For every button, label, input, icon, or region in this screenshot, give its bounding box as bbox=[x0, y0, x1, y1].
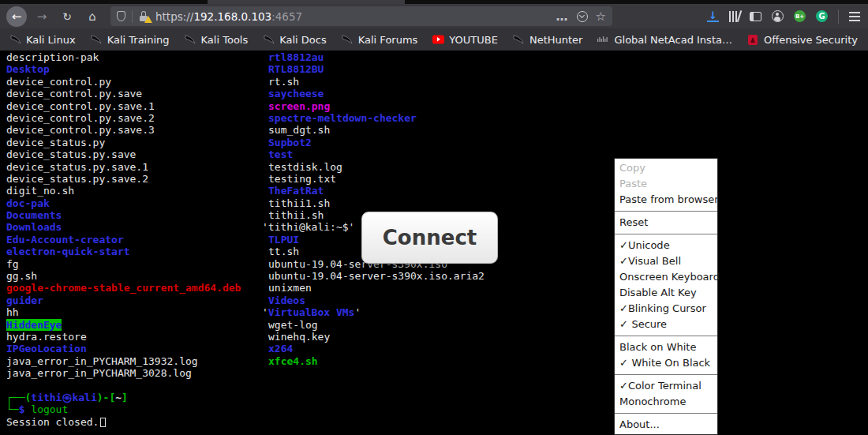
back-button[interactable]: ← bbox=[6, 6, 27, 27]
home-icon: ⌂ bbox=[88, 9, 96, 24]
terminal-line: tithii1.sh bbox=[268, 197, 485, 209]
terminal-line: hydra.restore bbox=[6, 331, 241, 343]
bookmark-label: NetHunter bbox=[529, 34, 583, 46]
menu-hamburger-icon[interactable] bbox=[849, 12, 860, 21]
bookmark-label: Kali Forums bbox=[358, 34, 418, 46]
library-icon[interactable] bbox=[729, 11, 739, 22]
reload-button[interactable]: ↻ bbox=[57, 6, 77, 27]
terminal-line: x264 bbox=[268, 343, 485, 354]
forward-button[interactable]: → bbox=[32, 6, 52, 27]
terminal-right-column: rtl8812auRTL8812BUrt.shsaycheesescreen.p… bbox=[268, 51, 485, 367]
menu-item-secure[interactable]: ✓ Secure bbox=[615, 317, 717, 332]
menu-item-color-terminal[interactable]: ✓Color Terminal bbox=[615, 378, 717, 394]
terminal-line: rt.sh bbox=[268, 76, 485, 88]
checkmark-icon: ✓ bbox=[619, 318, 631, 330]
checkmark-icon: ✓ bbox=[619, 239, 628, 251]
youtube-icon bbox=[432, 34, 444, 45]
menu-item-blinking-cursor[interactable]: ✓Blinking Cursor bbox=[615, 301, 717, 317]
pocket-icon[interactable] bbox=[577, 11, 588, 22]
insecure-warning-icon bbox=[144, 16, 152, 23]
home-button[interactable]: ⌂ bbox=[82, 6, 103, 27]
toolbar-divider bbox=[838, 9, 839, 24]
terminal-line: Session closed. bbox=[6, 416, 241, 428]
kali-icon bbox=[513, 34, 525, 45]
kali-icon bbox=[185, 34, 196, 45]
bookmark-kali-docs[interactable]: Kali Docs bbox=[263, 34, 327, 46]
terminal-left-column: description-pakDesktopdevice_control.pyd… bbox=[6, 51, 241, 428]
account-icon[interactable] bbox=[772, 10, 784, 22]
navigation-toolbar: ← → ↻ ⌂ https://192.168.0.103:4657 … ☆ ↓… bbox=[0, 4, 868, 28]
terminal-line: testdisk.log bbox=[268, 161, 485, 173]
bookmark-label: Kali Training bbox=[107, 34, 170, 46]
cisco-icon bbox=[597, 34, 609, 45]
urlbar-divider bbox=[132, 10, 133, 23]
url-host: 192.168.0.103 bbox=[193, 10, 271, 23]
terminal-line: spectre-meltdown-checker bbox=[268, 112, 485, 124]
bookmark-kali-tools[interactable]: Kali Tools bbox=[185, 34, 249, 46]
url-text: https://192.168.0.103:4657 bbox=[155, 10, 302, 23]
menu-item-paste-from-browser[interactable]: Paste from browser bbox=[615, 192, 717, 208]
bookmark-nethunter[interactable]: NetHunter bbox=[513, 34, 583, 46]
menu-item-copy: Copy bbox=[615, 160, 717, 176]
terminal-line: java_error_in_PYCHARM_13932.log bbox=[6, 355, 241, 367]
menu-item-unicode[interactable]: ✓Unicode bbox=[615, 238, 717, 253]
terminal-line: saycheese bbox=[268, 88, 485, 99]
menu-item-about[interactable]: About... bbox=[615, 417, 717, 433]
bookmark-label: Kali Docs bbox=[279, 34, 327, 46]
menu-item-disable-alt-key[interactable]: Disable Alt Key bbox=[615, 285, 717, 301]
terminal-line: hh bbox=[6, 306, 241, 318]
connect-button[interactable]: Connect bbox=[361, 212, 498, 264]
kali-icon bbox=[91, 34, 103, 45]
bookmark-youtube[interactable]: YOUTUBE bbox=[432, 34, 498, 46]
bookmark-kali-linux[interactable]: Kali Linux bbox=[9, 34, 76, 46]
terminal-line: java_error_in_PYCHARM_3028.log bbox=[6, 367, 241, 379]
terminal-line: RTL8812BU bbox=[268, 63, 485, 75]
menu-item-onscreen-keyboard[interactable]: Onscreen Keyboard bbox=[615, 269, 717, 285]
extension-bplus-icon[interactable]: B+ bbox=[794, 10, 806, 22]
terminal-line: sum_dgt.sh bbox=[268, 124, 485, 136]
terminal-line: device_status.py.save.1 bbox=[6, 161, 241, 173]
checkmark-icon: ✓ bbox=[619, 302, 628, 314]
terminal-line: electron-quick-start bbox=[6, 246, 241, 257]
grammarly-icon[interactable]: G bbox=[816, 10, 828, 22]
browser-window: ← → ↻ ⌂ https://192.168.0.103:4657 … ☆ ↓… bbox=[0, 0, 868, 435]
terminal-line: device_control.py.save.3 bbox=[6, 124, 241, 136]
bookmark-kali-forums[interactable]: Kali Forums bbox=[342, 34, 418, 46]
back-icon: ← bbox=[12, 9, 22, 24]
toolbar-right: ↓ B+ G bbox=[707, 9, 860, 24]
kali-icon bbox=[9, 34, 21, 45]
menu-item-reset[interactable]: Reset bbox=[615, 215, 717, 231]
reload-icon: ↻ bbox=[62, 10, 72, 23]
menu-item-visual-bell[interactable]: ✓Visual Bell bbox=[615, 253, 717, 269]
checkmark-icon: ✓ bbox=[619, 380, 628, 392]
offsec-icon bbox=[747, 34, 759, 45]
bookmark-label: YOUTUBE bbox=[449, 34, 498, 46]
terminal-line: Desktop bbox=[6, 63, 241, 75]
terminal-line: Edu-Account-creator bbox=[6, 234, 241, 246]
sidebar-icon[interactable] bbox=[750, 12, 761, 21]
bookmark-offensive-security[interactable]: Offensive Security bbox=[747, 34, 858, 46]
terminal-line: xfce4.sh bbox=[268, 355, 485, 367]
downloads-icon[interactable]: ↓ bbox=[707, 10, 719, 22]
bookmark-global-netacad-insta[interactable]: Global NetAcad Insta… bbox=[597, 34, 732, 46]
terminal-context-menu: CopyPastePaste from browserReset✓Unicode… bbox=[614, 158, 718, 435]
terminal-line: device_control.py bbox=[6, 76, 241, 88]
bookmark-kali-training[interactable]: Kali Training bbox=[91, 34, 170, 46]
terminal-line: device_status.py.save.2 bbox=[6, 173, 241, 185]
checkmark-icon: ✓ bbox=[619, 255, 628, 267]
menu-item-white-on-black[interactable]: ✓ White On Black bbox=[615, 355, 717, 371]
terminal-line: wget-log bbox=[268, 319, 485, 331]
tracking-protection-shield-icon[interactable] bbox=[117, 11, 125, 21]
terminal-line: device_control.py.save.2 bbox=[6, 112, 241, 124]
menu-item-black-on-white[interactable]: Black on White bbox=[615, 339, 717, 355]
kali-icon bbox=[263, 34, 275, 45]
menu-item-monochrome[interactable]: Monochrome bbox=[615, 394, 717, 410]
terminal-line: description-pak bbox=[6, 51, 241, 63]
bookmark-star-icon[interactable]: ☆ bbox=[596, 11, 606, 22]
address-bar[interactable]: https://192.168.0.103:4657 … ☆ bbox=[110, 6, 612, 26]
lock-icon[interactable] bbox=[139, 11, 150, 22]
terminal-line: 'VirtualBox VMs' bbox=[262, 306, 485, 318]
terminal-cursor bbox=[100, 418, 106, 427]
terminal-line: unixmen bbox=[268, 282, 485, 294]
page-actions-icon[interactable]: … bbox=[556, 13, 569, 20]
